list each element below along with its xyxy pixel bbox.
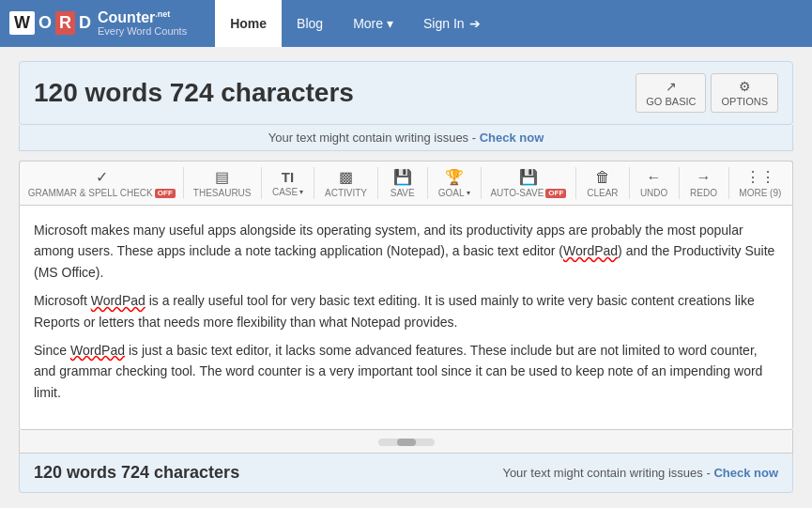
more-label: MORE (9) bbox=[739, 188, 781, 198]
stats-sub: Your text might contain writing issues -… bbox=[19, 125, 793, 151]
undo-button[interactable]: ← UNDO bbox=[634, 164, 675, 202]
case-label: CASE bbox=[272, 187, 298, 197]
activity-label: ACTIVITY bbox=[325, 188, 367, 198]
wordpad-ref-3: WordPad bbox=[70, 343, 125, 358]
options-label: OPTIONS bbox=[721, 96, 768, 107]
go-basic-label: GO BASIC bbox=[646, 96, 696, 107]
more-button[interactable]: ⋮⋮ MORE (9) bbox=[733, 164, 789, 202]
grammar-label-row: GRAMMAR & SPELL CHECK OFF bbox=[28, 188, 176, 198]
clear-icon: 🗑 bbox=[595, 169, 610, 186]
grammar-label: GRAMMAR & SPELL CHECK bbox=[28, 188, 153, 198]
editor-wrapper: Microsoft makes many useful apps alongsi… bbox=[19, 205, 793, 454]
nav-signin[interactable]: Sign In ➔ bbox=[408, 0, 496, 47]
logo-tagline: Every Word Counts bbox=[98, 25, 187, 37]
bottom-stats-bar: 120 words 724 characters Your text might… bbox=[19, 454, 793, 493]
goal-icon: 🏆 bbox=[445, 168, 464, 186]
editor-paragraph-1: Microsoft makes many useful apps alongsi… bbox=[34, 220, 778, 283]
toolbar: ✓ GRAMMAR & SPELL CHECK OFF ▤ THESAURUS … bbox=[19, 161, 793, 205]
wordpad-ref-2: WordPad bbox=[91, 293, 146, 308]
nav-home[interactable]: Home bbox=[215, 0, 282, 47]
signin-icon: ➔ bbox=[469, 16, 481, 31]
more-icon: ⋮⋮ bbox=[745, 168, 775, 186]
autosave-icon: 💾 bbox=[519, 168, 538, 186]
scrollbar-area[interactable] bbox=[19, 430, 793, 454]
autosave-button[interactable]: 💾 AUTO-SAVE OFF bbox=[485, 164, 573, 202]
checkmark-icon: ✓ bbox=[96, 168, 108, 186]
divider-3 bbox=[314, 167, 314, 199]
case-icon: TI bbox=[282, 169, 294, 185]
nav-more[interactable]: More ▾ bbox=[338, 0, 408, 47]
goal-button[interactable]: 🏆 GOAL ▾ bbox=[432, 164, 477, 202]
stats-actions: ↗ GO BASIC ⚙ OPTIONS bbox=[636, 73, 778, 113]
logo-o: O bbox=[35, 11, 55, 35]
stats-title: 120 words 724 characters bbox=[34, 78, 354, 108]
divider-8 bbox=[629, 167, 630, 199]
logo: W O R D Counter.net Every Word Counts bbox=[9, 10, 187, 37]
options-icon: ⚙ bbox=[739, 79, 751, 94]
logo-d: D bbox=[75, 11, 95, 35]
go-basic-button[interactable]: ↗ GO BASIC bbox=[636, 73, 706, 113]
logo-w: W bbox=[9, 11, 35, 35]
bottom-stats-title: 120 words 724 characters bbox=[34, 463, 239, 483]
divider-4 bbox=[377, 167, 378, 199]
redo-button[interactable]: → REDO bbox=[683, 164, 725, 202]
autosave-badge: OFF bbox=[545, 189, 566, 198]
nav-blog[interactable]: Blog bbox=[282, 0, 338, 47]
goal-label: GOAL bbox=[438, 188, 465, 198]
divider-10 bbox=[728, 167, 729, 199]
editor-paragraph-2: Microsoft WordPad is a really useful too… bbox=[34, 290, 778, 332]
divider-6 bbox=[481, 167, 482, 199]
divider-1 bbox=[183, 167, 184, 199]
redo-label: REDO bbox=[690, 188, 717, 198]
case-label-row: CASE ▾ bbox=[272, 187, 303, 197]
goal-chevron-icon: ▾ bbox=[467, 189, 470, 197]
editor-paragraph-3: Since WordPad is just a basic text edito… bbox=[34, 340, 778, 403]
logo-letters: W O R D bbox=[9, 11, 95, 35]
options-button[interactable]: ⚙ OPTIONS bbox=[711, 73, 778, 113]
wordpad-ref-1: WordPad bbox=[563, 243, 618, 258]
redo-icon: → bbox=[697, 169, 712, 186]
undo-label: UNDO bbox=[640, 188, 667, 198]
go-basic-icon: ↗ bbox=[666, 79, 677, 94]
thesaurus-label: THESAURUS bbox=[193, 188, 252, 198]
goal-label-row: GOAL ▾ bbox=[438, 188, 470, 198]
nav-links: Home Blog More ▾ Sign In ➔ bbox=[215, 0, 495, 47]
activity-button[interactable]: ▩ ACTIVITY bbox=[318, 164, 374, 202]
navbar: W O R D Counter.net Every Word Counts Ho… bbox=[0, 0, 812, 47]
save-button[interactable]: 💾 SAVE bbox=[382, 164, 423, 202]
scrollbar-track[interactable] bbox=[378, 439, 435, 446]
bottom-check-now-link[interactable]: Check now bbox=[713, 466, 778, 480]
scrollbar-thumb[interactable] bbox=[397, 439, 416, 446]
grammar-badge: OFF bbox=[155, 189, 176, 198]
check-now-link[interactable]: Check now bbox=[480, 131, 544, 145]
case-button[interactable]: TI CASE ▾ bbox=[266, 164, 310, 202]
activity-icon: ▩ bbox=[339, 168, 353, 186]
undo-icon: ← bbox=[647, 169, 662, 186]
clear-button[interactable]: 🗑 CLEAR bbox=[580, 164, 625, 202]
divider-2 bbox=[261, 167, 262, 199]
logo-counter-text: Counter.net bbox=[98, 10, 187, 25]
grammar-spell-check-button[interactable]: ✓ GRAMMAR & SPELL CHECK OFF bbox=[24, 164, 179, 202]
logo-counter: Counter.net Every Word Counts bbox=[98, 10, 187, 37]
thesaurus-icon: ▤ bbox=[215, 168, 229, 186]
bottom-subtitle: Your text might contain writing issues -… bbox=[502, 466, 778, 480]
clear-label: CLEAR bbox=[587, 188, 618, 198]
case-chevron-icon: ▾ bbox=[299, 188, 303, 196]
divider-9 bbox=[679, 167, 680, 199]
divider-7 bbox=[575, 167, 576, 199]
stats-bar: 120 words 724 characters ↗ GO BASIC ⚙ OP… bbox=[19, 61, 793, 125]
autosave-label: AUTO-SAVE bbox=[490, 188, 544, 198]
chevron-down-icon: ▾ bbox=[387, 16, 393, 31]
autosave-label-row: AUTO-SAVE OFF bbox=[490, 188, 566, 198]
main-container: 120 words 724 characters ↗ GO BASIC ⚙ OP… bbox=[0, 47, 812, 507]
save-icon: 💾 bbox=[393, 168, 412, 186]
save-label: SAVE bbox=[391, 188, 415, 198]
logo-r: R bbox=[55, 11, 75, 35]
editor-textarea[interactable]: Microsoft makes many useful apps alongsi… bbox=[19, 205, 793, 430]
thesaurus-button[interactable]: ▤ THESAURUS bbox=[187, 164, 256, 202]
divider-5 bbox=[427, 167, 428, 199]
